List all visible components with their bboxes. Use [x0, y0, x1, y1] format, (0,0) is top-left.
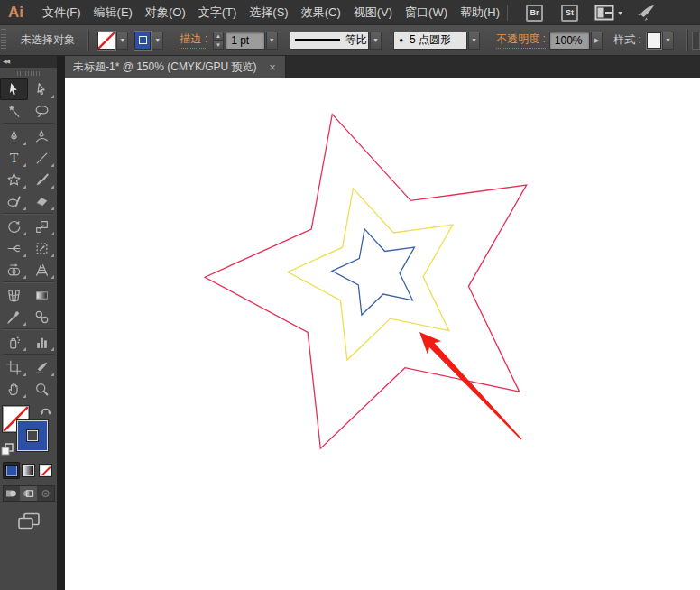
menu-item-help[interactable]: 帮助(H) [454, 0, 506, 25]
tool-column-graph[interactable] [28, 331, 56, 353]
toolbar-grip[interactable] [17, 71, 41, 76]
menu-item-edit[interactable]: 编辑(E) [88, 0, 139, 25]
tool-magic-wand[interactable] [0, 100, 28, 122]
menu-item-type[interactable]: 文字(T) [192, 0, 244, 25]
workspace-switcher[interactable]: ▼ [594, 5, 623, 21]
tool-paintbrush[interactable] [28, 169, 56, 190]
width-icon [6, 241, 22, 256]
tab-close-icon[interactable]: × [270, 61, 276, 74]
stroke-weight-label[interactable]: 描边 : [180, 32, 207, 49]
scale-icon [34, 219, 50, 235]
menu-item-file[interactable]: 文件(F) [36, 0, 88, 25]
tool-lasso[interactable] [28, 100, 56, 122]
paintbrush-icon [34, 172, 50, 188]
menu-item-window[interactable]: 窗口(W) [399, 0, 454, 25]
tool-symbol-sprayer[interactable] [0, 331, 28, 353]
tool-slice[interactable] [28, 356, 56, 378]
tool-gradient[interactable] [28, 284, 56, 306]
tool-free-transform[interactable] [28, 237, 56, 259]
tool-shaper[interactable] [0, 190, 28, 212]
panel-grip[interactable] [1, 29, 6, 52]
tool-curvature[interactable] [28, 125, 56, 147]
toolbar-divider [3, 123, 53, 124]
swap-fill-stroke-icon[interactable] [40, 404, 53, 420]
tool-eyedropper[interactable] [0, 306, 28, 327]
menu-item-object[interactable]: 对象(O) [139, 0, 192, 25]
outer-star[interactable] [205, 115, 527, 449]
tool-rotate[interactable] [0, 216, 28, 237]
tool-hand[interactable] [0, 378, 28, 400]
tool-selection[interactable] [0, 78, 28, 100]
tool-blend[interactable] [28, 306, 56, 327]
stroke-swatch[interactable] [17, 420, 48, 451]
tool-shape-builder[interactable] [0, 259, 28, 281]
direct-selection-icon [34, 82, 50, 97]
brush-definition-select[interactable]: ● 5 点圆形 [393, 32, 467, 50]
draw-inside-icon [40, 488, 51, 499]
default-fill-stroke-icon[interactable] [1, 443, 14, 459]
fill-dropdown-button[interactable]: ▼ [116, 32, 128, 50]
toolbar-divider [3, 281, 53, 283]
menu-item-view[interactable]: 视图(V) [347, 0, 399, 25]
tool-width[interactable] [0, 237, 28, 259]
stroke-dropdown-button[interactable]: ▼ [152, 32, 163, 50]
inner-star[interactable] [332, 229, 415, 315]
draw-behind-button[interactable] [20, 486, 37, 501]
toolbar-divider [3, 354, 53, 355]
opacity-label[interactable]: 不透明度 : [496, 32, 546, 49]
star-icon [6, 172, 22, 188]
screen-mode-icon [17, 512, 41, 530]
screen-mode-button[interactable] [17, 512, 41, 533]
style-dropdown-button[interactable]: ▼ [662, 32, 674, 50]
draw-normal-icon [5, 488, 17, 499]
brush-dropdown-button[interactable]: ▼ [468, 32, 480, 50]
tool-pen[interactable] [0, 125, 28, 147]
draw-normal-button[interactable] [4, 486, 21, 501]
hand-icon [6, 382, 22, 397]
menu-item-effect[interactable]: 效果(C) [295, 0, 347, 25]
opacity-field[interactable]: 100% [549, 32, 590, 50]
toolbar-collapse-button[interactable]: ◀◀ [0, 56, 57, 68]
gradient-button[interactable] [20, 462, 37, 479]
tool-mesh[interactable] [0, 284, 28, 306]
document-tab[interactable]: 未标题-1* @ 150% (CMYK/GPU 预览) × [65, 56, 286, 78]
canvas-area[interactable] [65, 78, 700, 590]
stroke-profile-select[interactable]: 等比 [290, 32, 369, 50]
fill-color-swatch[interactable] [97, 32, 115, 50]
stepper-down-button[interactable]: ▼ [213, 41, 224, 50]
stroke-color-swatch[interactable] [134, 32, 151, 50]
menu-list: 文件(F) 编辑(E) 对象(O) 文字(T) 选择(S) 效果(C) 视图(V… [36, 0, 506, 25]
color-button[interactable] [3, 462, 20, 479]
curvature-icon [34, 129, 50, 144]
style-swatch[interactable] [647, 32, 661, 49]
eyedropper-icon [6, 309, 22, 325]
tool-star[interactable] [0, 169, 28, 190]
draw-inside-button[interactable] [37, 486, 54, 501]
magic-wand-icon [6, 104, 22, 119]
stroke-profile-dropdown-button[interactable]: ▼ [370, 32, 382, 50]
tool-perspective-grid[interactable] [28, 259, 56, 281]
stock-button[interactable]: St [561, 5, 578, 22]
opacity-dropdown-button[interactable]: ▶ [591, 32, 603, 50]
menu-item-select[interactable]: 选择(S) [243, 0, 294, 25]
gpu-rocket-icon [636, 4, 656, 22]
stroke-weight-dropdown-button[interactable]: ▼ [266, 32, 278, 50]
tool-direct-selection[interactable] [28, 78, 56, 100]
tool-artboard[interactable] [0, 356, 28, 378]
tool-grid: T [0, 78, 56, 400]
tool-zoom[interactable] [28, 378, 56, 400]
bridge-button[interactable]: Br [526, 5, 543, 22]
stepper-up-button[interactable]: ▲ [213, 32, 224, 41]
tool-line-segment[interactable] [28, 147, 56, 169]
tool-scale[interactable] [28, 216, 56, 237]
type-icon: T [6, 151, 22, 166]
tool-eraser[interactable] [28, 190, 56, 212]
stroke-weight-field[interactable]: 1 pt [226, 32, 264, 50]
middle-star[interactable] [288, 189, 453, 360]
artboard [65, 78, 700, 590]
round-brush-icon: ● [399, 36, 403, 44]
tool-type[interactable]: T [0, 147, 28, 169]
uniform-profile-icon [295, 39, 340, 41]
none-button[interactable] [37, 462, 54, 479]
stroke-weight-stepper: ▲ ▼ [213, 32, 224, 50]
